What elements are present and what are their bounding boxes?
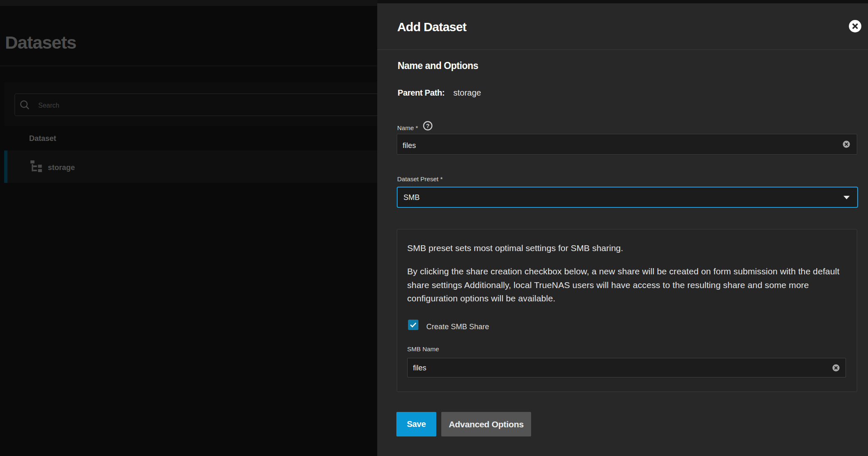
svg-text:?: ? xyxy=(426,123,430,129)
